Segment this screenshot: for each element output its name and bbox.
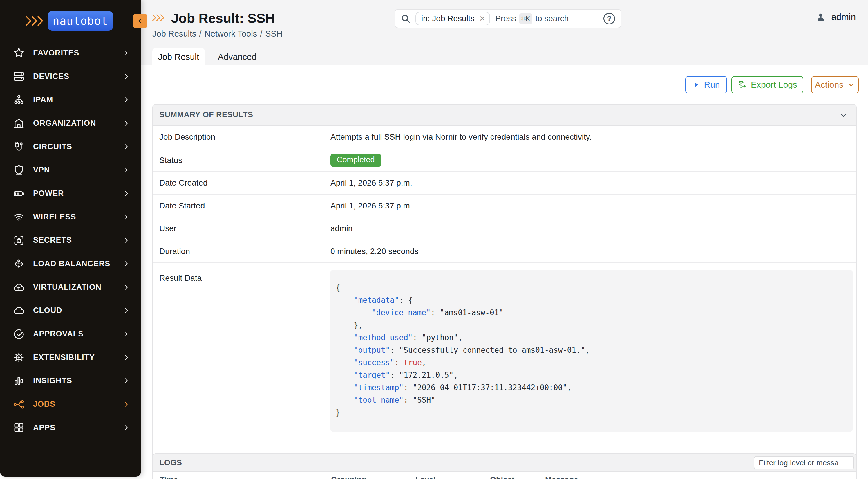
nautobot-logo[interactable]: nautobot [0, 11, 141, 31]
table-row: Duration0 minutes, 2.20 seconds [153, 240, 856, 263]
jobs-icon [13, 398, 25, 411]
tab-job-result[interactable]: Job Result [152, 48, 205, 66]
search-scope-chip[interactable]: in: Job Results ✕ [415, 12, 490, 25]
organization-icon [13, 117, 25, 129]
sidebar-item-label: VPN [33, 166, 122, 175]
chevron-right-icon [122, 96, 130, 103]
user-menu[interactable]: admin [815, 11, 856, 23]
row-value: admin [331, 224, 352, 233]
code-line: { [336, 281, 841, 294]
row-label: Duration [153, 247, 331, 256]
row-label: Result Data [153, 263, 331, 283]
table-row: Date CreatedApril 1, 2026 5:37 p.m. [153, 171, 856, 194]
breadcrumb: Job Results/Network Tools/SSH [152, 29, 283, 39]
virtualization-icon [13, 281, 25, 293]
wireless-icon [13, 211, 25, 223]
apps-icon [13, 421, 25, 434]
chevron-right-icon [122, 236, 130, 244]
row-value: April 1, 2026 5:37 p.m. [331, 178, 412, 187]
result-data-json: {"metadata": {"device_name": "ams01-asw-… [331, 270, 852, 432]
sidebar-item-jobs[interactable]: JOBS [0, 392, 141, 416]
user-name: admin [832, 12, 856, 22]
sidebar-item-wireless[interactable]: WIRELESS [0, 205, 141, 229]
sidebar-item-virtualization[interactable]: VIRTUALIZATION [0, 275, 141, 299]
logs-panel: LOGS TimeGroupingLevelObjectMessage [152, 453, 857, 479]
devices-icon [13, 70, 25, 83]
code-line: }, [336, 319, 841, 332]
sidebar: nautobot FAVORITESDEVICESIPAMORGANIZATIO… [0, 0, 141, 477]
play-icon [692, 81, 700, 89]
sidebar-item-cloud[interactable]: CLOUD [0, 299, 141, 323]
sidebar-item-power[interactable]: POWER [0, 182, 141, 205]
row-label: Job Description [153, 132, 331, 142]
sidebar-item-label: FAVORITES [33, 49, 122, 58]
approvals-icon [13, 328, 25, 340]
chevron-right-icon [122, 49, 130, 57]
load-balancers-icon [13, 258, 25, 270]
sidebar-item-label: LOAD BALANCERS [33, 259, 122, 268]
global-search[interactable]: in: Job Results ✕ Press ⌘K to search ? [395, 9, 621, 28]
page-title: Job Result: SSH [171, 10, 275, 26]
sidebar-item-circuits[interactable]: CIRCUITS [0, 135, 141, 158]
sidebar-item-label: APPS [33, 423, 122, 432]
table-row: StatusCompleted [153, 149, 856, 172]
summary-panel-header[interactable]: SUMMARY OF RESULTS [153, 104, 856, 126]
breadcrumb-network-tools[interactable]: Network Tools [205, 29, 257, 38]
row-label: Status [153, 156, 331, 165]
logs-column-time: Time [160, 476, 178, 479]
user-icon [815, 11, 826, 23]
breadcrumb-job-results[interactable]: Job Results [152, 29, 196, 38]
breadcrumb-ssh[interactable]: SSH [265, 29, 283, 38]
chevron-right-icon [122, 400, 130, 408]
extensibility-icon [13, 351, 25, 363]
table-row: Date StartedApril 1, 2026 5:37 p.m. [153, 194, 856, 217]
sidebar-item-label: WIRELESS [33, 212, 122, 221]
chevron-right-icon [122, 189, 130, 198]
code-line: "success": true, [336, 357, 841, 369]
sidebar-item-apps[interactable]: APPS [0, 416, 141, 440]
sidebar-item-extensibility[interactable]: EXTENSIBILITY [0, 346, 141, 369]
tab-advanced[interactable]: Advanced [212, 48, 262, 66]
chevron-down-icon [847, 81, 855, 89]
sidebar-item-organization[interactable]: ORGANIZATION [0, 112, 141, 135]
row-value: 0 minutes, 2.20 seconds [331, 247, 418, 256]
sidebar-item-label: SECRETS [33, 236, 122, 245]
power-icon [13, 187, 25, 200]
table-row: Result Data{"metadata": {"device_name": … [153, 263, 856, 458]
code-line: } [336, 407, 841, 419]
cloud-icon [13, 304, 25, 317]
chip-close-icon[interactable]: ✕ [479, 14, 486, 23]
actions-button[interactable]: Actions [811, 76, 859, 93]
search-help-icon[interactable]: ? [603, 13, 615, 24]
search-scope-label: in: Job Results [421, 14, 475, 23]
sidebar-item-label: POWER [33, 189, 122, 198]
logs-table-header: TimeGroupingLevelObjectMessage [153, 472, 856, 479]
run-button[interactable]: Run [685, 76, 727, 93]
sidebar-item-ipam[interactable]: IPAM [0, 88, 141, 112]
sidebar-item-devices[interactable]: DEVICES [0, 65, 141, 88]
collapse-chevron-icon[interactable] [839, 110, 848, 120]
ipam-icon [13, 94, 25, 106]
sidebar-item-load-balancers[interactable]: LOAD BALANCERS [0, 252, 141, 275]
sidebar-collapse-button[interactable] [133, 13, 147, 28]
logs-panel-title: LOGS [159, 458, 754, 468]
sidebar-item-favorites[interactable]: FAVORITES [0, 41, 141, 65]
chevron-right-icon [122, 377, 130, 385]
sidebar-item-secrets[interactable]: SECRETS [0, 229, 141, 252]
table-row: Job DescriptionAttempts a full SSH login… [153, 126, 856, 149]
status-badge: Completed [331, 154, 381, 167]
sidebar-item-vpn[interactable]: VPN [0, 158, 141, 182]
secrets-icon [13, 234, 25, 246]
logs-column-grouping: Grouping [331, 476, 366, 479]
log-filter-input[interactable] [754, 456, 854, 470]
chevron-left-icon [136, 17, 144, 25]
sidebar-item-label: CIRCUITS [33, 142, 122, 151]
code-line: "tool_name": "SSH" [336, 394, 841, 407]
chevron-right-icon [122, 330, 130, 338]
export-logs-button[interactable]: Export Logs [731, 76, 803, 93]
logs-column-level: Level [415, 476, 435, 479]
sidebar-item-approvals[interactable]: APPROVALS [0, 322, 141, 346]
sidebar-item-insights[interactable]: INSIGHTS [0, 369, 141, 393]
summary-table: Job DescriptionAttempts a full SSH login… [153, 126, 856, 458]
title-chevrons-icon [152, 13, 166, 22]
